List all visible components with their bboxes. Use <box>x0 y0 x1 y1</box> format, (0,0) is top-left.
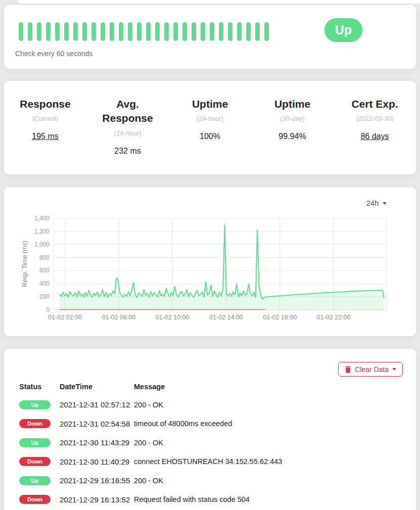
heartbeat-bar <box>101 22 105 41</box>
caret-down-icon <box>392 368 396 370</box>
svg-text:800: 800 <box>39 254 50 261</box>
table-row: Up2021-12-30 11:43:29200 - OK <box>19 433 406 452</box>
svg-text:1,200: 1,200 <box>34 228 50 235</box>
heartbeat-bar-list <box>19 22 269 41</box>
events-card: Clear Data Status DateTime Message Up202… <box>4 349 416 510</box>
stat-subtitle: (30-day) <box>251 115 334 122</box>
row-datetime: 2021-12-30 11:40:29 <box>60 457 134 466</box>
stat-value: 100% <box>169 132 251 141</box>
previous-card-edge <box>18 0 420 4</box>
stat-title: Avg. Response <box>96 97 159 126</box>
row-message: 200 - OK <box>134 477 406 485</box>
response-chart-card: 02004006008001,0001,2001,40001-02 02:000… <box>4 187 416 336</box>
heartbeat-bar <box>137 22 142 41</box>
stat-subtitle: (Current) <box>4 115 86 122</box>
svg-text:01-02 06:00: 01-02 06:00 <box>102 314 136 321</box>
header-status: Status <box>19 383 60 391</box>
svg-text:0: 0 <box>46 306 50 313</box>
row-status-badge: Down <box>19 495 51 504</box>
table-row: Down2021-12-29 16:13:52Request failed wi… <box>19 490 406 509</box>
heartbeat-bar <box>73 22 78 41</box>
events-table-header: Status DateTime Message <box>19 378 406 395</box>
heartbeat-bar <box>264 22 269 41</box>
row-message: connect EHOSTUNREACH 34.152.55.62:443 <box>134 457 406 466</box>
row-status-badge: Up <box>19 438 51 447</box>
chart-range-selector[interactable]: 24h <box>366 199 387 207</box>
heartbeat-bar <box>37 22 41 41</box>
heartbeat-bar <box>64 22 69 41</box>
stat-subtitle: (24-hour) <box>86 129 169 137</box>
header-message: Message <box>134 383 406 391</box>
response-time-chart: 02004006008001,0001,2001,40001-02 02:000… <box>4 187 416 336</box>
heartbeat-bar <box>237 22 242 41</box>
heartbeat-bar <box>255 22 260 41</box>
svg-text:Resp. Time (ms): Resp. Time (ms) <box>21 241 28 287</box>
row-status-badge: Up <box>19 400 51 409</box>
stat-column-0: Response(Current)195 ms <box>4 97 86 174</box>
heartbeat-bar <box>119 22 123 41</box>
heartbeat-bar <box>146 22 151 41</box>
stat-value[interactable]: 195 ms <box>4 132 86 141</box>
row-datetime: 2021-12-29 16:13:52 <box>60 495 134 504</box>
heartbeat-bar <box>28 22 32 41</box>
svg-text:01-02 14:00: 01-02 14:00 <box>209 314 243 321</box>
stats-card: Response(Current)195 msAvg. Response(24-… <box>4 81 416 174</box>
chart-range-label: 24h <box>366 199 379 207</box>
check-interval-text: Check every 60 seconds <box>15 50 92 58</box>
row-datetime: 2021-12-29 16:16:55 <box>60 476 134 485</box>
stat-title: Uptime <box>178 97 242 111</box>
table-row: Up2021-12-29 16:16:55200 - OK <box>19 471 406 490</box>
status-badge: Up <box>324 18 362 42</box>
svg-text:01-02 02:00: 01-02 02:00 <box>48 314 82 321</box>
row-status-badge: Down <box>19 419 51 428</box>
row-status-badge: Up <box>19 476 51 485</box>
heartbeat-bar <box>128 22 132 41</box>
table-row: Down2021-12-31 02:54:58timeout of 48000m… <box>19 414 406 434</box>
stat-column-1: Avg. Response(24-hour)232 ms <box>86 97 169 174</box>
stat-title: Cert Exp. <box>343 97 406 111</box>
svg-text:600: 600 <box>39 267 50 274</box>
heartbeat-bar <box>246 22 251 41</box>
heartbeat-bar <box>219 22 223 41</box>
stat-title: Response <box>14 97 77 111</box>
row-message: Request failed with status code 504 <box>134 495 406 503</box>
row-message: 200 - OK <box>134 401 406 409</box>
heartbeat-bar <box>182 22 187 41</box>
heartbeat-bar <box>228 22 232 41</box>
svg-text:200: 200 <box>39 293 50 300</box>
stat-title: Uptime <box>261 97 324 111</box>
stat-subtitle: (2022-03-30) <box>334 115 416 122</box>
stat-subtitle: (24-hour) <box>169 115 251 122</box>
svg-text:1,400: 1,400 <box>34 215 50 222</box>
stat-value: 99.94% <box>251 132 334 141</box>
svg-text:400: 400 <box>39 280 50 287</box>
chevron-down-icon <box>383 202 387 205</box>
svg-text:01-02 22:00: 01-02 22:00 <box>317 314 351 321</box>
stat-value: 232 ms <box>86 147 169 156</box>
heartbeat-bar <box>46 22 51 41</box>
stat-column-4: Cert Exp.(2022-03-30)86 days <box>334 97 416 174</box>
heartbeat-bar <box>164 22 169 41</box>
heartbeat-bar <box>210 22 214 41</box>
trash-icon <box>345 366 351 373</box>
monitor-status-card: Up Check every 60 seconds <box>4 5 416 69</box>
table-row: Up2021-12-31 02:57:12200 - OK <box>19 395 406 414</box>
heartbeat-bar <box>155 22 160 41</box>
row-datetime: 2021-12-31 02:57:12 <box>60 400 134 409</box>
stat-column-3: Uptime(30-day)99.94% <box>251 97 334 174</box>
clear-data-label: Clear Data <box>355 365 389 374</box>
table-row: Down2021-12-30 11:40:29connect EHOSTUNRE… <box>19 452 406 472</box>
svg-text:01-02 10:00: 01-02 10:00 <box>156 314 190 321</box>
heartbeat-bar <box>19 22 23 41</box>
heartbeat-bar <box>91 22 96 41</box>
stat-column-2: Uptime(24-hour)100% <box>169 97 251 174</box>
row-message: 200 - OK <box>134 439 406 447</box>
clear-data-button[interactable]: Clear Data <box>338 362 403 377</box>
stat-value[interactable]: 86 days <box>334 132 416 141</box>
row-message: timeout of 48000ms exceeded <box>134 420 406 428</box>
events-table: Status DateTime Message Up2021-12-31 02:… <box>19 378 406 509</box>
heartbeat-bar <box>173 22 178 41</box>
row-datetime: 2021-12-30 11:43:29 <box>60 438 134 447</box>
header-datetime: DateTime <box>60 383 134 391</box>
heartbeat-bar <box>110 22 114 41</box>
